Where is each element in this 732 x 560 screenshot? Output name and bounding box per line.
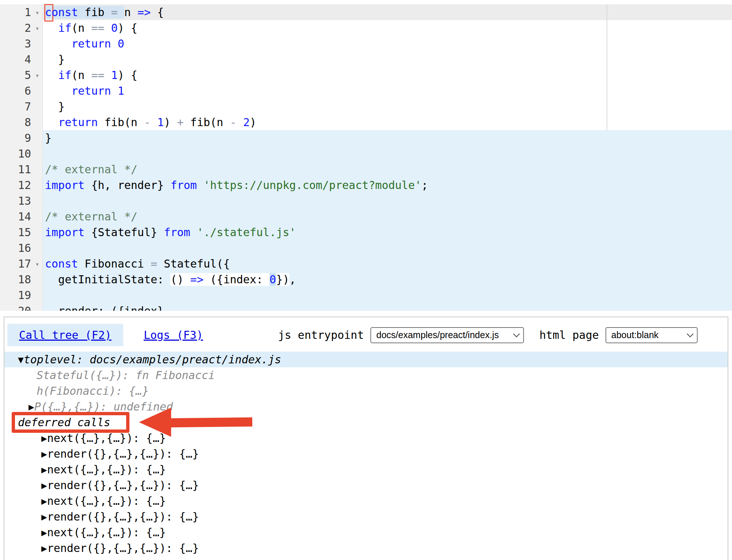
expand-arrow-icon[interactable]: ▶ [41, 511, 47, 522]
line-gutter: 13 [0, 193, 43, 209]
code-text[interactable]: if(n == 0) { [43, 20, 732, 36]
line-number: 7 [24, 99, 32, 114]
code-line[interactable]: 14/* external */ [0, 209, 732, 224]
code-text[interactable]: const fib = n => { [43, 4, 732, 20]
code-line[interactable]: 3 return 0 [0, 36, 732, 52]
line-gutter: 10 [0, 146, 43, 162]
code-line[interactable]: 18 getInitialState: () => ({index: 0}), [0, 272, 732, 287]
code-text[interactable]: /* external */ [43, 162, 732, 177]
line-number: 9 [24, 130, 32, 146]
code-text[interactable] [43, 287, 732, 303]
tree-row-label: Stateful({…}): fn Fibonacci [37, 369, 215, 382]
expand-arrow-icon[interactable]: ▶ [41, 464, 47, 475]
line-number: 8 [24, 114, 32, 130]
tree-row-label: P({…},{…}): undefined [34, 400, 173, 413]
line-number: 13 [18, 193, 32, 209]
tree-row[interactable]: ▶render({},{…},{…}): {…} [4, 509, 728, 525]
tree-row[interactable]: ▶next({…},{…}): {…} [4, 525, 728, 540]
code-text[interactable]: } [43, 99, 732, 114]
code-line[interactable]: 16 [0, 240, 732, 256]
expand-arrow-icon[interactable]: ▶ [41, 433, 47, 444]
tree-row[interactable]: Stateful({…}): fn Fibonacci [4, 367, 728, 383]
line-number: 20 [18, 303, 32, 311]
code-text[interactable]: return 0 [43, 36, 732, 52]
code-line[interactable]: 4 } [0, 52, 732, 67]
fold-toggle-icon[interactable]: ▾ [32, 24, 42, 32]
line-gutter: 9 [0, 130, 43, 146]
expand-arrow-icon[interactable]: ▶ [41, 480, 47, 491]
line-number: 6 [24, 83, 32, 99]
expand-arrow-icon[interactable]: ▶ [41, 527, 47, 538]
line-number: 15 [18, 224, 32, 240]
code-line[interactable]: 9} [0, 130, 732, 146]
line-gutter: 12 [0, 177, 43, 193]
fold-toggle-icon[interactable]: ▾ [32, 260, 42, 268]
tree-row-label: render({},{…},{…}): {…} [47, 479, 199, 492]
tree-row[interactable]: ▶render({},{…},{…}): {…} [4, 477, 728, 493]
code-text[interactable]: render: ({index} [43, 303, 732, 311]
code-lines: 1▾const fib = n => {2▾ if(n == 0) {3 ret… [0, 0, 732, 311]
code-text[interactable]: import {h, render} from 'https://unpkg.c… [43, 177, 732, 193]
collapse-arrow-icon[interactable]: ▼ [18, 354, 24, 365]
tree-row-label: render({},{…},{…}): {…} [47, 510, 199, 523]
line-number: 2 [24, 20, 32, 36]
line-number: 1 [24, 4, 32, 20]
expand-arrow-icon[interactable]: ▶ [41, 449, 47, 459]
code-line[interactable]: 5▾ if(n == 1) { [0, 67, 732, 83]
code-line[interactable]: 8 return fib(n - 1) + fib(n - 2) [0, 114, 732, 130]
line-number: 19 [18, 287, 32, 303]
tree-row[interactable]: h(Fibonacci): {…} [4, 383, 728, 399]
line-number: 11 [18, 162, 32, 177]
code-line[interactable]: 13 [0, 193, 732, 209]
tree-row[interactable]: deferred calls [4, 415, 728, 430]
code-text[interactable]: if(n == 1) { [43, 67, 732, 83]
code-text[interactable]: return 1 [43, 83, 732, 99]
code-text[interactable]: const Fibonacci = Stateful({ [43, 256, 732, 272]
js-entrypoint-select[interactable]: docs/examples/preact/index.js [370, 327, 524, 343]
code-text[interactable]: } [43, 52, 732, 67]
code-line[interactable]: 15import {Stateful} from './stateful.js' [0, 224, 732, 240]
code-line[interactable]: 19 [0, 287, 732, 303]
expand-arrow-icon[interactable]: ▶ [41, 496, 47, 507]
code-line[interactable]: 20 render: ({index} [0, 303, 732, 311]
expand-arrow-icon[interactable]: ▶ [29, 401, 34, 412]
code-text[interactable]: return fib(n - 1) + fib(n - 2) [43, 114, 732, 130]
tab-call-tree[interactable]: Call tree (F2) [7, 324, 123, 346]
line-gutter: 1▾ [0, 4, 43, 20]
line-number: 18 [18, 272, 32, 287]
code-text[interactable] [43, 146, 732, 162]
code-text[interactable]: getInitialState: () => ({index: 0}), [43, 272, 732, 287]
expand-arrow-icon[interactable]: ▶ [41, 543, 47, 554]
code-text[interactable] [43, 193, 732, 209]
fold-toggle-icon[interactable]: ▾ [32, 71, 42, 79]
code-line[interactable]: 7 } [0, 99, 732, 114]
line-gutter: 2▾ [0, 20, 43, 36]
code-line[interactable]: 2▾ if(n == 0) { [0, 20, 732, 36]
code-line[interactable]: 17▾const Fibonacci = Stateful({ [0, 256, 732, 272]
code-line[interactable]: 11/* external */ [0, 162, 732, 177]
code-editor[interactable]: 1▾const fib = n => {2▾ if(n == 0) {3 ret… [0, 0, 732, 311]
code-line[interactable]: 12import {h, render} from 'https://unpkg… [0, 177, 732, 193]
tree-row-label: render({},{…},{…}): {…} [47, 542, 199, 555]
code-text[interactable]: import {Stateful} from './stateful.js' [43, 224, 732, 240]
tree-row[interactable]: ▶render({},{…},{…}): {…} [4, 446, 728, 462]
tree-row[interactable]: ▼toplevel: docs/examples/preact/index.js [4, 352, 728, 367]
code-text[interactable]: } [43, 130, 732, 146]
bottom-panel: Call tree (F2) Logs (F3) js entrypoint d… [4, 317, 728, 560]
tree-row[interactable]: ▶next({…},{…}): {…} [4, 462, 728, 477]
code-line[interactable]: 1▾const fib = n => { [0, 4, 732, 20]
tree-row-label: toplevel: docs/examples/preact/index.js [24, 353, 281, 366]
tree-row[interactable]: ▶next({…},{…}): {…} [4, 493, 728, 509]
code-line[interactable]: 6 return 1 [0, 83, 732, 99]
tree-row-label: next({…},{…}): {…} [47, 526, 166, 539]
html-page-select[interactable]: about:blank [605, 327, 698, 343]
tab-logs[interactable]: Logs (F3) [140, 324, 207, 346]
code-text[interactable]: /* external */ [43, 209, 732, 224]
line-gutter: 5▾ [0, 67, 43, 83]
column-ruler [607, 4, 607, 130]
code-text[interactable] [43, 240, 732, 256]
code-line[interactable]: 10 [0, 146, 732, 162]
tree-row[interactable]: ▶render({},{…},{…}): {…} [4, 540, 728, 556]
fold-toggle-icon[interactable]: ▾ [32, 8, 42, 16]
line-gutter: 4 [0, 52, 43, 67]
